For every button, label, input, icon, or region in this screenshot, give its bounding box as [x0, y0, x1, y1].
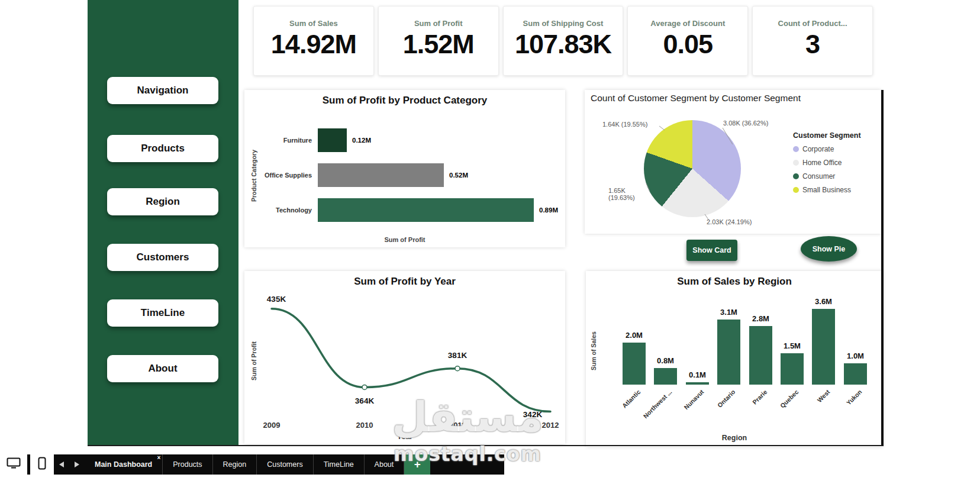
sidebar: NavigationProductsRegionCustomersTimeLin… [88, 0, 238, 446]
tab-products[interactable]: Products [163, 454, 212, 475]
page-right-edge [881, 90, 884, 446]
bar-value-label: 0.1M [680, 370, 715, 379]
bar-technology[interactable] [318, 198, 534, 222]
legend-item-small-business[interactable]: Small Business [793, 186, 861, 194]
dashboard-canvas: NavigationProductsRegionCustomersTimeLin… [0, 0, 980, 500]
tab-about[interactable]: About [365, 454, 405, 475]
legend-item-consumer[interactable]: Consumer [793, 172, 861, 180]
line-value-label: 435K [267, 294, 286, 303]
kpi-label: Sum of Profit [379, 19, 498, 28]
bar-northwest-[interactable] [654, 368, 677, 385]
page-tab-bar: Main Dashboard×ProductsRegionCustomersTi… [0, 454, 504, 475]
data-point-marker[interactable] [362, 385, 367, 389]
kpi-value: 3 [753, 29, 872, 60]
chart-title: Sum of Profit by Product Category [244, 95, 565, 107]
kpi-row: Sum of Sales14.92MSum of Profit1.52MSum … [253, 6, 873, 76]
kpi-card: Average of Discount0.05 [627, 6, 748, 76]
legend-label: Home Office [802, 159, 842, 167]
bar-nunavut[interactable] [686, 382, 709, 385]
close-tab-icon[interactable]: × [157, 455, 160, 461]
mobile-view-button[interactable] [30, 454, 54, 475]
monitor-icon [7, 457, 21, 472]
sidebar-button-region[interactable]: Region [107, 188, 218, 215]
x-axis-label: Region [586, 434, 883, 442]
x-axis-label: Year [244, 433, 565, 441]
bar-prarie[interactable] [749, 326, 772, 385]
bar-value-label: 0.52M [449, 163, 468, 187]
legend-item-home-office[interactable]: Home Office [793, 159, 861, 167]
kpi-label: Count of Product... [753, 19, 872, 28]
page-bottom-edge [88, 445, 883, 446]
bar-category-label: Furniture [244, 128, 312, 152]
legend-item-corporate[interactable]: Corporate [793, 145, 861, 153]
show-card-button[interactable]: Show Card [686, 240, 737, 261]
line-value-label: 381K [448, 350, 467, 359]
bar-value-label: 2.0M [617, 331, 652, 340]
bar-value-label: 0.12M [352, 128, 371, 152]
tab-main-dashboard[interactable]: Main Dashboard× [85, 454, 163, 475]
tab-customers[interactable]: Customers [257, 454, 313, 475]
bar-furniture[interactable] [318, 128, 347, 152]
line-value-label: 364K [355, 396, 374, 405]
bar-quebec[interactable] [781, 353, 804, 385]
kpi-card: Sum of Shipping Cost107.83K [503, 6, 624, 76]
sidebar-button-customers[interactable]: Customers [107, 244, 218, 271]
desktop-view-button[interactable] [0, 454, 27, 475]
bar-ontario[interactable] [717, 320, 740, 385]
kpi-card: Sum of Profit1.52M [378, 6, 499, 76]
phone-icon [38, 457, 46, 472]
sidebar-button-navigation[interactable]: Navigation [107, 77, 218, 104]
legend-dot [793, 146, 799, 152]
bar-value-label: 2.8M [743, 314, 779, 323]
line-plot[interactable] [244, 271, 565, 444]
pie-label-consumer: 1.65K (19.63%) [608, 187, 645, 201]
profit-line[interactable] [272, 309, 550, 412]
x-tick-label: 2012 [542, 421, 559, 430]
add-page-button[interactable]: + [404, 454, 430, 475]
legend-label: Corporate [802, 145, 834, 153]
legend-label: Consumer [802, 172, 835, 180]
bar-category-label: Office Supplies [244, 163, 312, 187]
kpi-value: 14.92M [254, 29, 373, 60]
x-tick-label: 2011 [449, 421, 466, 430]
pie-label-home-office: 2.03K (24.19%) [707, 218, 752, 225]
tab-region[interactable]: Region [213, 454, 257, 475]
bar-atlantic[interactable] [623, 343, 646, 385]
pie-legend: Customer Segment CorporateHome OfficeCon… [793, 131, 861, 199]
legend-dot [793, 173, 799, 179]
legend-label: Small Business [802, 186, 851, 194]
customer-segment-pie-panel: Count of Customer Segment by Customer Se… [585, 90, 881, 234]
kpi-label: Average of Discount [628, 19, 747, 28]
line-value-label: 342K [523, 409, 542, 418]
bar-value-label: 1.5M [775, 341, 810, 350]
bar-value-label: 0.89M [539, 198, 558, 222]
x-axis-label: Sum of Profit [244, 236, 565, 243]
next-page-arrow-icon[interactable] [75, 462, 79, 467]
x-tick-label: 2009 [263, 421, 281, 430]
legend-dot [793, 187, 799, 193]
sidebar-button-about[interactable]: About [107, 355, 218, 382]
chart-title: Sum of Sales by Region [586, 276, 883, 288]
pie-label-small-business: 1.64K (19.55%) [602, 121, 647, 128]
show-pie-button[interactable]: Show Pie [801, 236, 857, 262]
bar-west[interactable] [812, 309, 835, 385]
data-point-marker[interactable] [455, 366, 460, 371]
bar-value-label: 3.6M [806, 297, 842, 306]
sidebar-button-timeline[interactable]: TimeLine [107, 299, 218, 327]
bar-yukon[interactable] [844, 363, 867, 385]
bar-value-label: 1.0M [838, 351, 873, 360]
kpi-card: Count of Product...3 [752, 6, 873, 76]
chart-title: Count of Customer Segment by Customer Se… [591, 93, 801, 104]
pie-chart[interactable] [644, 120, 741, 217]
bar-office-supplies[interactable] [318, 163, 444, 187]
tab-timeline[interactable]: TimeLine [314, 454, 365, 475]
kpi-label: Sum of Sales [254, 19, 373, 28]
legend-title: Customer Segment [793, 131, 861, 140]
sidebar-button-products[interactable]: Products [107, 135, 218, 162]
kpi-card: Sum of Sales14.92M [253, 6, 374, 76]
kpi-value: 1.52M [379, 29, 498, 60]
x-tick-label: 2010 [356, 421, 373, 430]
prev-page-arrow-icon[interactable] [59, 462, 64, 467]
sales-by-region-chart: Sum of Sales by Region Sum of Sales 2.0M… [586, 271, 883, 447]
bar-value-label: 3.1M [711, 308, 747, 317]
